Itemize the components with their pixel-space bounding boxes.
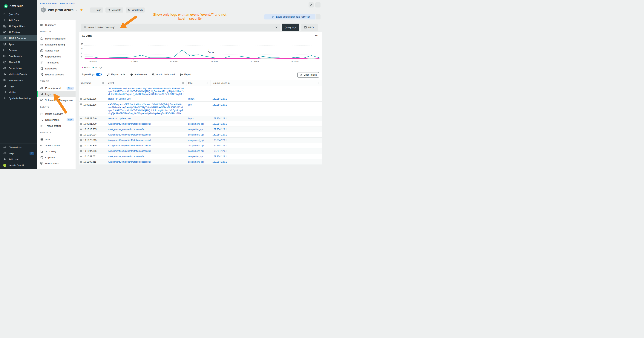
- row-marker[interactable]: [80, 161, 82, 163]
- expand-logs-toggle[interactable]: Expand logs: [82, 73, 102, 76]
- label-link[interactable]: assignment_api: [188, 139, 204, 142]
- subnav-item-errors-inbox[interactable]: Errors (errors inb...New: [37, 85, 76, 91]
- log-row[interactable]: JUQVU&code=eyJraWQiOiJjcGltY29yZV8wOTI1M…: [79, 86, 322, 96]
- row-marker[interactable]: [80, 145, 82, 147]
- ip-link[interactable]: 169.254.129.1: [212, 150, 227, 152]
- help-button[interactable]: [308, 2, 314, 8]
- subnav-item-dependencies[interactable]: Dependencies: [37, 54, 76, 60]
- subnav-item-issues-activity[interactable]: Issues & activity: [37, 111, 76, 117]
- label-link[interactable]: assignment_api: [188, 144, 204, 147]
- clear-search-icon[interactable]: [275, 26, 278, 29]
- subnav-item-service-levels[interactable]: Service levels: [37, 142, 76, 148]
- breadcrumb-apm-services[interactable]: APM & Services: [40, 2, 57, 5]
- event-link[interactable]: <ASGIRequest: GET '/sso/callback/?state=…: [108, 103, 185, 106]
- ip-link[interactable]: 169.254.129.1: [212, 161, 227, 163]
- sidebar-item-discussions[interactable]: Discussions: [0, 144, 37, 150]
- log-row[interactable]: 10:09:20.895 create_or_update_user impor…: [79, 96, 322, 102]
- legend-errors[interactable]: Errors: [82, 66, 90, 69]
- favorite-star-icon[interactable]: [80, 8, 83, 12]
- log-row[interactable]: 10:10:44.066 AssignmentCompletionMutatio…: [79, 148, 322, 154]
- add-to-dashboard-button[interactable]: Add to dashboard: [152, 73, 175, 76]
- export-button[interactable]: Export: [180, 73, 191, 76]
- event-link[interactable]: cAh7D&code=eyJraWQiOiJjcGltY29yZV8wOTI1M…: [108, 106, 185, 109]
- sidebar-item-apps[interactable]: Apps: [0, 41, 37, 47]
- event-link[interactable]: AssignmentCompletionMutation successful: [108, 150, 185, 153]
- ip-link[interactable]: 169.254.129.1: [212, 133, 227, 136]
- ip-link[interactable]: 169.254.129.1: [212, 144, 227, 147]
- subnav-item-distributed-tracing[interactable]: Distributed tracing: [37, 42, 76, 48]
- column-header-label[interactable]: label: [186, 80, 210, 86]
- row-marker[interactable]: [80, 123, 82, 125]
- row-marker[interactable]: [80, 150, 82, 152]
- label-link[interactable]: import: [188, 117, 194, 120]
- event-link[interactable]: create_or_update_user: [108, 117, 185, 120]
- label-link[interactable]: sso: [188, 104, 192, 106]
- log-search-bar[interactable]: event:* -"label":"security": [81, 24, 280, 31]
- event-link[interactable]: AssignmentCompletionMutation successful: [108, 122, 185, 125]
- subnav-item-summary[interactable]: Summary: [37, 22, 76, 28]
- subnav-item-transactions[interactable]: Transactions: [37, 60, 76, 66]
- label-link[interactable]: assignment_api: [188, 123, 204, 125]
- ip-link[interactable]: 169.254.129.1: [212, 104, 227, 106]
- event-link[interactable]: AssignmentCompletionMutation successful: [108, 133, 185, 136]
- query-logs-button[interactable]: Query logs: [282, 24, 299, 31]
- label-link[interactable]: import: [188, 98, 194, 100]
- sidebar-item-all-entities[interactable]: All Entities: [0, 29, 37, 35]
- sidebar-item-logs[interactable]: Logs: [0, 83, 37, 89]
- label-link[interactable]: assignment_api: [188, 150, 204, 152]
- log-row[interactable]: 10:10:14.094 AssignmentCompletionMutatio…: [79, 132, 322, 138]
- sidebar-item-quick-find[interactable]: Quick Find: [0, 11, 37, 17]
- event-link[interactable]: vE1moHpkhokTVBvguN7_72JtGzGsqxZpn2OaKc3n…: [108, 93, 185, 96]
- sidebar-item-synthetic-monitoring[interactable]: Synthetic Monitoring: [0, 95, 37, 101]
- sidebar-item-all-capabilities[interactable]: All Capabilities: [0, 23, 37, 29]
- expand-table-button[interactable]: Expand table: [107, 73, 125, 76]
- subnav-item-recommendations[interactable]: Recommendations: [37, 36, 76, 42]
- sidebar-item-apm-services[interactable]: APM & Services: [0, 35, 37, 41]
- subnav-item-external-services[interactable]: External services: [37, 72, 76, 78]
- event-link[interactable]: JUQVU&code=eyJraWQiOiJjcGltY29yZV8wOTI1M…: [108, 87, 185, 90]
- tags-button[interactable]: Tags: [90, 8, 103, 13]
- sidebar-item-browser[interactable]: Browser: [0, 47, 37, 53]
- log-row[interactable]: 10:10:23.815 AssignmentCompletionMutatio…: [79, 138, 322, 143]
- label-link[interactable]: assignment_api: [188, 161, 204, 163]
- permalink-button[interactable]: [315, 2, 320, 8]
- log-row[interactable]: 10:10:13.235 mark_course_completion succ…: [79, 127, 322, 132]
- column-header-request-client-ip[interactable]: request_client_ip: [210, 80, 322, 86]
- time-range-dropdown[interactable]: Since 30 minutes ago (GMT+2): [270, 15, 316, 20]
- event-link[interactable]: mark_course_completion successful: [108, 128, 185, 131]
- log-row[interactable]: 10:09:22.540 create_or_update_user impor…: [79, 116, 322, 121]
- remove-column-icon[interactable]: [206, 82, 208, 84]
- title-chevron-down-icon[interactable]: [75, 9, 78, 11]
- label-link[interactable]: assignment_api: [188, 133, 204, 136]
- row-marker[interactable]: [80, 118, 82, 119]
- breadcrumb-services-apm[interactable]: Services - APM: [60, 2, 75, 5]
- column-header-timestamp[interactable]: timestamp: [79, 80, 106, 86]
- row-marker[interactable]: [80, 104, 82, 105]
- label-link[interactable]: completion_api: [188, 155, 203, 158]
- ip-link[interactable]: 169.254.129.1: [212, 123, 227, 125]
- subnav-item-capacity[interactable]: Capacity: [37, 154, 76, 160]
- subnav-item-scalability[interactable]: Scalability: [37, 148, 76, 154]
- event-link[interactable]: nppcCI6IkRlZmxhdGUiLCJzZXIiOilxLjAifQ..L…: [108, 109, 185, 112]
- event-link[interactable]: mark_course_completion successful: [108, 155, 185, 158]
- subnav-item-thread-profiler[interactable]: Thread profiler: [37, 123, 76, 129]
- remove-column-icon[interactable]: [182, 82, 184, 84]
- metadata-button[interactable]: Metadata: [106, 8, 123, 13]
- column-header-event[interactable]: event: [106, 80, 186, 86]
- subnav-item-vulnerability-management[interactable]: Vulnerability Management: [37, 97, 76, 103]
- legend-all-logs[interactable]: All Logs: [92, 66, 102, 69]
- ip-link[interactable]: 169.254.129.1: [212, 139, 227, 142]
- sidebar-item-add-user[interactable]: Add User: [0, 156, 37, 162]
- subnav-item-deployments[interactable]: DeploymentsNew: [37, 117, 76, 123]
- toggle-on[interactable]: [96, 73, 102, 76]
- ip-link[interactable]: 169.254.129.1: [212, 117, 227, 120]
- sidebar-item-add-data[interactable]: Add Data: [0, 17, 37, 23]
- sidebar-item-help[interactable]: Help70: [0, 150, 37, 156]
- event-link[interactable]: nppcCI6IkRlZmxhdGUiLCJzZXIiOilxLjAifQ..I…: [108, 90, 185, 93]
- sidebar-item-metrics-events[interactable]: Metrics & Events: [0, 71, 37, 77]
- logs-timeseries-chart[interactable]: 15 10 5 0 10:15am10:20am10:25am10:30am10…: [79, 32, 322, 66]
- log-row[interactable]: 10:09:22.196 <ASGIRequest: GET '/sso/cal…: [79, 102, 322, 116]
- search-query-value[interactable]: event:* -"label":"security": [88, 26, 273, 29]
- sidebar-item-account[interactable]: Iterativ GmbH: [0, 162, 37, 168]
- subnav-item-performance[interactable]: Performance: [37, 160, 76, 166]
